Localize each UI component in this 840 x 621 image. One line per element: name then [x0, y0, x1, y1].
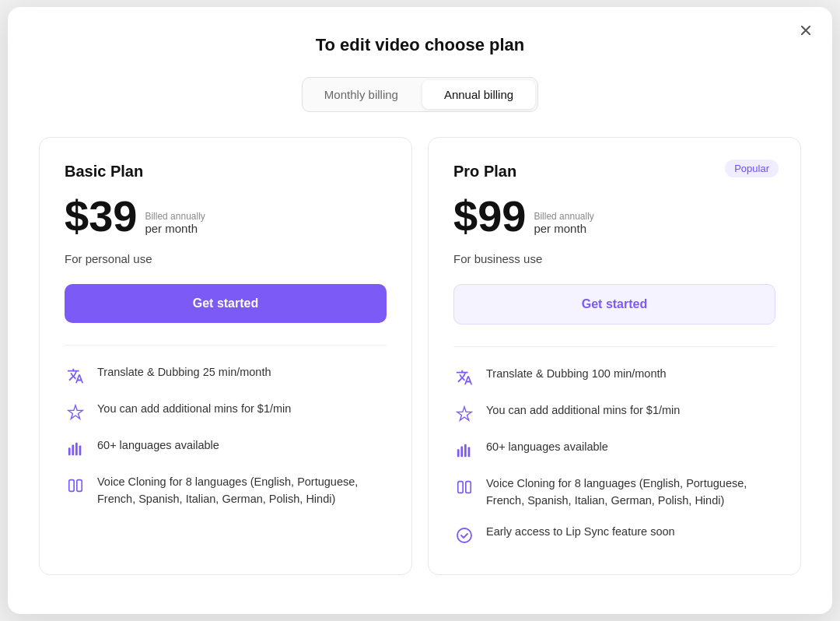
monthly-billing-button[interactable]: Monthly billing: [303, 78, 420, 111]
basic-feature-translate-text: Translate & Dubbing 25 min/month: [97, 364, 271, 381]
svg-rect-6: [457, 449, 460, 457]
svg-rect-9: [468, 447, 471, 458]
pro-feature-voiceclone-text: Voice Cloning for 8 languages (English, …: [486, 475, 775, 510]
pro-features-list: Translate & Dubbing 100 min/month You ca…: [453, 366, 775, 546]
pro-per-month: per month: [534, 222, 593, 235]
list-item: 60+ languages available: [453, 439, 775, 461]
pro-price-row: $99 Billed annually per month: [453, 195, 775, 238]
translate-icon: [65, 365, 86, 387]
basic-price-row: $39 Billed annually per month: [65, 195, 387, 238]
list-item: 60+ languages available: [65, 437, 387, 460]
list-item: Translate & Dubbing 25 min/month: [65, 364, 387, 387]
voice-clone-icon: [65, 475, 86, 496]
list-item: You can add additional mins for $1/min: [65, 401, 387, 423]
svg-rect-8: [464, 444, 467, 458]
list-item: Voice Cloning for 8 languages (English, …: [65, 474, 387, 508]
pro-feature-translate-text: Translate & Dubbing 100 min/month: [486, 366, 667, 383]
basic-plan-subtitle: For personal use: [65, 252, 387, 265]
basic-feature-languages-text: 60+ languages available: [97, 437, 219, 454]
svg-rect-2: [75, 443, 78, 456]
audio-bars-icon: [453, 440, 475, 461]
basic-price-details: Billed annually per month: [145, 211, 205, 238]
basic-price-amount: $39: [65, 195, 137, 238]
sparkle-icon: [65, 402, 86, 423]
list-item: Voice Cloning for 8 languages (English, …: [453, 475, 775, 510]
svg-rect-0: [68, 447, 71, 455]
svg-rect-5: [77, 480, 82, 492]
annual-billing-button[interactable]: Annual billing: [422, 80, 535, 109]
voice-clone-icon: [453, 476, 475, 498]
modal-title: To edit video choose plan: [39, 35, 801, 55]
svg-rect-3: [79, 446, 82, 456]
list-item: Translate & Dubbing 100 min/month: [453, 366, 775, 388]
pro-plan-card: Pro Plan Popular $99 Billed annually per…: [428, 137, 801, 575]
svg-point-12: [457, 528, 471, 542]
basic-plan-name: Basic Plan: [65, 163, 387, 181]
translate-icon: [453, 367, 475, 388]
popular-badge: Popular: [725, 160, 779, 177]
svg-rect-1: [72, 445, 74, 456]
plans-grid: Basic Plan $39 Billed annually per month…: [39, 137, 801, 575]
basic-per-month: per month: [145, 222, 205, 235]
sparkle-icon: [453, 403, 475, 425]
basic-feature-addmins-text: You can add additional mins for $1/min: [97, 401, 291, 418]
basic-get-started-button[interactable]: Get started: [65, 284, 387, 323]
svg-rect-7: [460, 447, 463, 458]
close-button[interactable]: [798, 23, 814, 41]
list-item: You can add additional mins for $1/min: [453, 402, 775, 425]
basic-plan-card: Basic Plan $39 Billed annually per month…: [39, 137, 412, 575]
basic-feature-voiceclone-text: Voice Cloning for 8 languages (English, …: [97, 474, 387, 508]
audio-bars-icon: [65, 438, 86, 460]
pro-plan-subtitle: For business use: [453, 252, 775, 265]
svg-rect-11: [466, 482, 471, 493]
pro-price-amount: $99: [453, 195, 526, 238]
billing-toggle-group: Monthly billing Annual billing: [302, 77, 538, 112]
pro-price-details: Billed annually per month: [534, 211, 593, 238]
pro-feature-lipsync-text: Early access to Lip Sync feature soon: [486, 524, 675, 541]
basic-features-list: Translate & Dubbing 25 min/month You can…: [65, 364, 387, 508]
pro-plan-divider: [453, 346, 775, 347]
pro-feature-languages-text: 60+ languages available: [486, 439, 608, 456]
pro-feature-addmins-text: You can add additional mins for $1/min: [486, 402, 680, 419]
svg-rect-10: [458, 482, 463, 493]
pro-billed-annually: Billed annually: [534, 211, 593, 222]
list-item: Early access to Lip Sync feature soon: [453, 524, 775, 546]
basic-billed-annually: Billed annually: [145, 211, 205, 222]
pro-get-started-button[interactable]: Get started: [453, 284, 775, 325]
basic-plan-divider: [65, 345, 387, 346]
svg-rect-4: [69, 480, 74, 492]
check-circle-icon: [453, 525, 475, 546]
pricing-modal: To edit video choose plan Monthly billin…: [8, 7, 832, 614]
billing-toggle: Monthly billing Annual billing: [39, 77, 801, 112]
